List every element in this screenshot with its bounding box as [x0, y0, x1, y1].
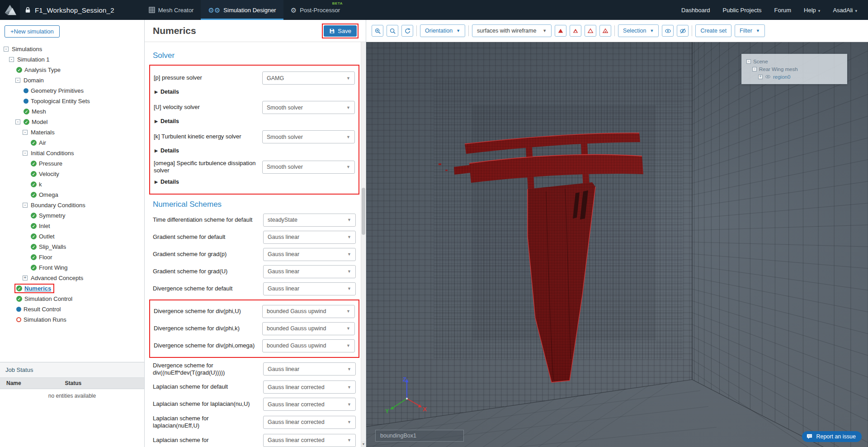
3d-scene[interactable]: - Scene - Rear Wing mesh + region0 — [366, 42, 868, 447]
top-nav-item[interactable]: AsadAli — [833, 7, 857, 14]
top-nav-item[interactable]: Public Projects — [723, 7, 762, 14]
details-toggle[interactable]: ▶ Details — [155, 118, 355, 124]
tree-item[interactable]: k — [0, 179, 144, 190]
tree-item[interactable]: Mesh — [0, 106, 144, 117]
scheme-select[interactable]: Gauss linear corrected ▼ — [263, 398, 356, 411]
new-simulation-button[interactable]: +New simulation — [5, 25, 60, 38]
tree-item[interactable]: Materials — [0, 127, 144, 138]
scheme-select[interactable]: Gauss linear ▼ — [263, 248, 356, 261]
scheme-select[interactable]: steadyState ▼ — [263, 214, 356, 227]
tree-item[interactable]: Domain — [0, 75, 144, 86]
tree-item[interactable]: Simulation Runs — [0, 314, 144, 325]
zoom-fit-icon — [389, 28, 396, 34]
solver-select[interactable]: Smooth solver ▼ — [262, 130, 355, 143]
tree-item-label: Omega — [39, 191, 58, 198]
tree-item[interactable]: Slip_Walls — [0, 242, 144, 252]
tab-mesh-creator[interactable]: Mesh Creator — [142, 0, 201, 20]
bounding-box-field[interactable]: boundingBox1 — [375, 430, 464, 442]
tree-item[interactable]: Numerics — [0, 283, 144, 294]
details-toggle[interactable]: ▶ Details — [155, 179, 355, 185]
show-entities-button[interactable] — [662, 25, 674, 37]
tree-item[interactable]: Floor — [0, 252, 144, 262]
clip-invert-button[interactable] — [585, 25, 596, 37]
eye-icon[interactable] — [765, 74, 771, 79]
tree-item[interactable]: Air — [0, 138, 144, 148]
tree-item-content: Simulation Control — [15, 295, 75, 303]
scheme-select[interactable]: Gauss linear ▼ — [263, 231, 356, 244]
tree-item[interactable]: Symmetry — [0, 210, 144, 221]
tree-item[interactable]: Analysis Type — [0, 65, 144, 75]
tree-item[interactable]: Topological Entity Sets — [0, 96, 144, 106]
filter-dropdown[interactable]: Filter ▼ — [735, 24, 765, 37]
clip-hide-selected-button[interactable] — [555, 25, 566, 37]
tree-expander-icon[interactable]: - — [746, 59, 751, 64]
scheme-select[interactable]: Gauss linear ▼ — [263, 265, 356, 278]
scheme-select[interactable]: bounded Gauss upwind ▼ — [262, 339, 355, 352]
tree-item[interactable]: Omega — [0, 190, 144, 200]
tree-expander-icon[interactable] — [23, 203, 28, 208]
details-toggle[interactable]: ▶ Details — [155, 147, 355, 154]
scrollbar-down-arrow[interactable]: ▼ — [361, 441, 366, 447]
tree-item[interactable]: Geometry Primitives — [0, 86, 144, 96]
tree-expander-icon[interactable] — [9, 57, 14, 62]
zoom-window-button[interactable] — [372, 25, 383, 37]
hide-entities-button[interactable] — [677, 25, 689, 37]
scheme-select[interactable]: Gauss linear corrected ▼ — [263, 416, 356, 429]
solver-select[interactable]: GAMG ▼ — [262, 71, 355, 85]
tree-item[interactable]: Advanced Concepts — [0, 273, 144, 283]
tree-item[interactable]: Initial Conditions — [0, 148, 144, 158]
tree-item[interactable]: Result Control — [0, 304, 144, 314]
tree-expander-icon[interactable] — [23, 151, 28, 156]
tree-expander-icon[interactable] — [23, 276, 28, 281]
scrollbar-thumb[interactable] — [362, 188, 365, 235]
solver-select[interactable]: Smooth solver ▼ — [262, 101, 355, 114]
tree-item[interactable]: Model — [0, 117, 144, 127]
orientation-dropdown[interactable]: Orientation ▼ — [420, 24, 465, 37]
save-button[interactable]: Save — [324, 25, 357, 37]
tree-expander-icon[interactable]: - — [752, 67, 757, 71]
tree-item[interactable]: Simulation 1 — [0, 54, 144, 65]
scheme-select[interactable]: Gauss linear corrected ▼ — [263, 434, 356, 447]
tree-item[interactable]: Velocity — [0, 169, 144, 179]
selection-dropdown[interactable]: Selection ▼ — [618, 24, 659, 37]
tree-item[interactable]: Outlet — [0, 231, 144, 242]
3d-scene-canvas[interactable] — [366, 42, 868, 447]
create-set-button[interactable]: Create set — [695, 24, 731, 37]
scheme-select[interactable]: Gauss linear ▼ — [263, 362, 356, 376]
scene-tree-item-rear-wing-mesh[interactable]: - Rear Wing mesh — [746, 65, 842, 73]
tree-expander-icon[interactable] — [4, 47, 9, 52]
tree-item[interactable]: Simulations — [0, 44, 144, 54]
top-nav-item[interactable]: Help — [804, 7, 820, 14]
tree-item[interactable]: Pressure — [0, 158, 144, 169]
tree-expander-icon[interactable] — [15, 119, 20, 124]
tree-expander-icon[interactable] — [15, 78, 20, 83]
render-mode-select[interactable]: surfaces with wireframe ▼ — [472, 24, 552, 37]
zoom-fit-button[interactable] — [387, 25, 398, 37]
top-nav-item[interactable]: Dashboard — [681, 7, 710, 14]
tree-item[interactable]: Boundary Conditions — [0, 200, 144, 210]
scheme-select-value: Gauss linear — [268, 285, 299, 292]
scheme-select[interactable]: Gauss linear ▼ — [263, 282, 356, 295]
solver-select[interactable]: Smooth solver ▼ — [262, 161, 355, 174]
scheme-select[interactable]: Gauss linear corrected ▼ — [263, 380, 356, 394]
scheme-select[interactable]: bounded Gauss upwind ▼ — [262, 322, 355, 335]
scheme-select[interactable]: bounded Gauss upwind ▼ — [262, 305, 355, 318]
tab-simulation-designer[interactable]: ⚙⚙ Simulation Designer — [201, 0, 283, 20]
tree-expander-icon[interactable] — [23, 130, 28, 135]
report-issue-button[interactable]: Report an issue — [802, 431, 862, 442]
clip-reset-button[interactable] — [599, 25, 611, 37]
tree-item[interactable]: Inlet — [0, 221, 144, 231]
scene-tree-item-scene[interactable]: - Scene — [746, 57, 842, 65]
tree-item[interactable]: Front Wing — [0, 262, 144, 273]
scene-tree-item-region0[interactable]: + region0 — [746, 73, 842, 81]
tree-item[interactable]: Simulation Control — [0, 294, 144, 304]
clip-show-selected-button[interactable] — [570, 25, 581, 37]
reset-view-button[interactable] — [401, 25, 413, 37]
details-toggle[interactable]: ▶ Details — [155, 89, 355, 95]
top-nav-item[interactable]: Forum — [774, 7, 792, 14]
tree-expander-icon[interactable]: + — [758, 75, 763, 79]
panel-scrollbar[interactable]: ▼ — [361, 42, 366, 447]
tab-post-processor[interactable]: BETA ⚙ Post-Processor — [283, 0, 347, 20]
app-logo[interactable] — [0, 0, 20, 20]
job-status-title: Job Status — [0, 362, 144, 378]
